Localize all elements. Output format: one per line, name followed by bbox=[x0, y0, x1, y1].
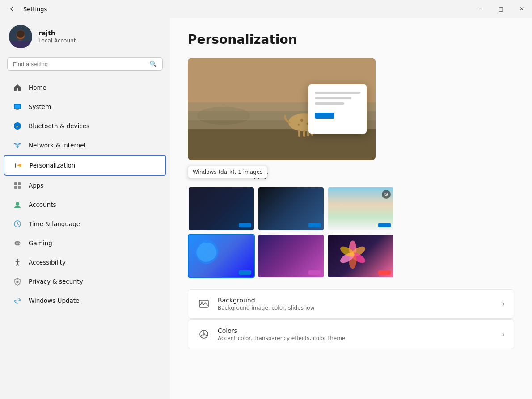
svg-rect-13 bbox=[14, 182, 17, 185]
theme-tile-dark2[interactable] bbox=[258, 186, 325, 231]
titlebar: Settings − □ ✕ bbox=[0, 0, 532, 18]
sidebar-item-network[interactable]: Network & internet bbox=[4, 136, 166, 155]
theme-tile-win11-inner bbox=[189, 235, 254, 277]
close-button[interactable]: ✕ bbox=[511, 0, 532, 18]
sidebar-item-personalization[interactable]: Personalization bbox=[4, 155, 166, 176]
sidebar-item-accessibility-label: Accessibility bbox=[29, 259, 66, 266]
svg-point-32 bbox=[300, 119, 303, 122]
svg-rect-36 bbox=[303, 130, 305, 137]
theme-tile-win11[interactable] bbox=[188, 234, 255, 278]
background-item-text: Background Background image, color, slid… bbox=[218, 297, 495, 311]
settings-item-background[interactable]: Background Background image, color, slid… bbox=[188, 289, 514, 319]
svg-point-11 bbox=[17, 147, 18, 148]
theme-tile-dark-inner bbox=[189, 187, 254, 230]
network-icon bbox=[13, 140, 22, 150]
theme-preview bbox=[188, 58, 376, 160]
sidebar-item-home-label: Home bbox=[29, 84, 46, 91]
sidebar-item-bluetooth-label: Bluetooth & devices bbox=[29, 122, 89, 130]
svg-point-34 bbox=[298, 124, 300, 126]
sidebar-item-apps[interactable]: Apps bbox=[4, 176, 166, 195]
background-item-title: Background bbox=[218, 297, 495, 304]
sidebar-item-update[interactable]: Windows Update bbox=[4, 291, 166, 310]
search-box[interactable]: 🔍 bbox=[7, 57, 163, 71]
minimize-button[interactable]: − bbox=[470, 0, 491, 18]
sidebar-item-personalization-label: Personalization bbox=[30, 162, 75, 169]
sidebar-item-bluetooth[interactable]: ⬐ Bluetooth & devices bbox=[4, 117, 166, 135]
sidebar-item-network-label: Network & internet bbox=[29, 142, 86, 149]
preview-line-3 bbox=[315, 102, 344, 105]
back-button[interactable] bbox=[5, 3, 18, 15]
theme-tile-flower[interactable] bbox=[327, 234, 394, 278]
svg-point-17 bbox=[16, 202, 19, 206]
sidebar-item-accounts-label: Accounts bbox=[29, 201, 56, 208]
update-icon bbox=[13, 296, 22, 306]
sidebar-item-accounts[interactable]: Accounts bbox=[4, 195, 166, 214]
maximize-button[interactable]: □ bbox=[491, 0, 511, 18]
sidebar-item-time[interactable]: Time & language bbox=[4, 214, 166, 233]
preview-button bbox=[315, 113, 334, 119]
accounts-icon bbox=[13, 200, 22, 210]
theme-tile-light[interactable]: ⚙ bbox=[327, 186, 394, 231]
background-chevron-icon: › bbox=[502, 300, 505, 307]
sidebar-item-system-label: System bbox=[29, 103, 51, 110]
svg-text:⬐: ⬐ bbox=[16, 123, 20, 129]
svg-point-23 bbox=[17, 259, 18, 261]
sidebar: rajth Local Account 🔍 Home bbox=[0, 18, 170, 399]
theme-tile-dark2-inner bbox=[258, 187, 324, 230]
theme-tile-dark2-btn bbox=[308, 223, 321, 227]
personalization-icon bbox=[13, 160, 23, 170]
sidebar-item-home[interactable]: Home bbox=[4, 78, 166, 97]
settings-list: Background Background image, color, slid… bbox=[188, 289, 514, 349]
svg-rect-15 bbox=[14, 186, 17, 189]
bluetooth-icon: ⬐ bbox=[13, 121, 22, 131]
colors-item-title: Colors bbox=[218, 327, 495, 334]
sidebar-item-system[interactable]: System bbox=[4, 97, 166, 116]
svg-rect-12 bbox=[15, 163, 16, 168]
theme-preview-background bbox=[188, 58, 376, 160]
theme-tile-dark[interactable] bbox=[188, 186, 255, 231]
system-icon bbox=[13, 102, 22, 112]
sidebar-item-gaming[interactable]: Gaming bbox=[4, 234, 166, 252]
titlebar-title: Settings bbox=[23, 6, 47, 13]
preview-line-2 bbox=[315, 97, 351, 99]
theme-tile-flower-btn bbox=[378, 270, 391, 275]
content-area: Personalization bbox=[170, 18, 532, 399]
sidebar-item-apps-label: Apps bbox=[29, 182, 43, 189]
theme-gear-icon: ⚙ bbox=[382, 190, 391, 199]
colors-chevron-icon: › bbox=[502, 331, 505, 338]
accessibility-icon bbox=[13, 257, 22, 267]
sidebar-item-privacy[interactable]: Privacy & security bbox=[4, 272, 166, 291]
themes-section-label: Select a theme to apply bbox=[188, 171, 514, 179]
svg-rect-45 bbox=[199, 300, 208, 307]
theme-tile-flower-inner bbox=[328, 235, 393, 277]
colors-icon bbox=[197, 328, 211, 341]
background-icon bbox=[197, 297, 211, 311]
svg-rect-35 bbox=[298, 130, 300, 137]
theme-preview-window bbox=[308, 84, 367, 134]
sidebar-item-accessibility[interactable]: Accessibility bbox=[4, 253, 166, 272]
theme-tile-win11-btn bbox=[239, 270, 251, 275]
sidebar-nav: Home System ⬐ bbox=[0, 78, 170, 311]
apps-icon bbox=[13, 181, 22, 190]
sidebar-item-update-label: Windows Update bbox=[29, 297, 79, 304]
user-info: rajth Local Account bbox=[38, 29, 76, 44]
settings-item-colors[interactable]: Colors Accent color, transparency effect… bbox=[188, 319, 514, 349]
theme-tile-light-btn bbox=[378, 223, 391, 227]
svg-rect-14 bbox=[18, 182, 21, 185]
user-profile[interactable]: rajth Local Account bbox=[0, 18, 170, 57]
user-account-type: Local Account bbox=[38, 38, 76, 44]
window-controls: − □ ✕ bbox=[470, 0, 532, 18]
svg-rect-20 bbox=[16, 243, 18, 244]
svg-rect-24 bbox=[17, 281, 19, 283]
privacy-icon bbox=[13, 277, 22, 286]
colors-item-text: Colors Accent color, transparency effect… bbox=[218, 327, 495, 341]
main-container: rajth Local Account 🔍 Home bbox=[0, 18, 532, 399]
page-title: Personalization bbox=[188, 32, 514, 47]
svg-rect-16 bbox=[18, 186, 21, 189]
svg-rect-3 bbox=[9, 41, 32, 48]
search-input[interactable] bbox=[13, 61, 146, 67]
svg-rect-7 bbox=[16, 109, 19, 110]
theme-tile-purple[interactable] bbox=[258, 234, 325, 278]
theme-tile-purple-btn bbox=[308, 270, 321, 275]
svg-point-46 bbox=[201, 302, 203, 303]
